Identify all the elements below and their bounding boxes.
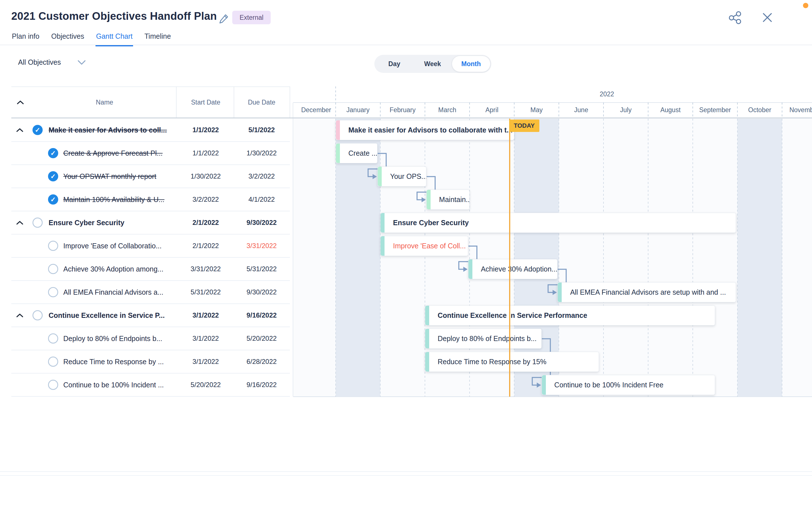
table-header: Name Start Date Due Date (11, 87, 290, 118)
task-name: Reduce Time to Response by ... (63, 358, 170, 366)
status-circle-checked[interactable] (48, 148, 58, 158)
bar-status-strip (542, 375, 546, 395)
task-name: Make it easier for Advisors to coll... (49, 126, 170, 134)
column-header-start-date[interactable]: Start Date (182, 98, 230, 106)
status-circle-unchecked[interactable] (48, 241, 58, 251)
filter-label: All Objectives (18, 58, 61, 67)
bar-label: Ensure Cyber Security (381, 219, 473, 227)
gantt-bar-continue-excellence-in-service-p[interactable]: Continue Excellence in Service Performan… (425, 305, 715, 326)
due-date: 5/1/2022 (238, 126, 286, 134)
bar-label: Improve 'Ease of Coll... (381, 242, 468, 250)
bar-status-strip (378, 167, 382, 186)
toggle-option-month[interactable]: Month (452, 56, 490, 72)
task-name: Achieve 30% Adoption among... (63, 265, 170, 273)
bar-label: Create ... (336, 149, 378, 157)
today-badge: TODAY (509, 120, 539, 132)
table-row-all-emea-financial-advisors-a[interactable]: All EMEA Financial Advisors a...5/31/202… (11, 281, 290, 304)
gantt-bar-achieve-30-adoption-among[interactable]: Achieve 30% Adoption... (468, 259, 557, 279)
due-date: 9/30/2022 (238, 288, 286, 296)
bar-label: Maintain... (427, 196, 470, 204)
bar-label: Achieve 30% Adoption... (468, 265, 557, 273)
status-circle-checked[interactable] (33, 125, 43, 135)
tab-bar: Plan infoObjectivesGantt ChartTimeline (11, 30, 171, 46)
header-col-divider (233, 86, 234, 118)
table-row-maintain-100-availability-u[interactable]: Maintain 100% Availability & U...3/2/202… (11, 188, 290, 211)
bar-status-strip (425, 306, 429, 325)
status-circle-unchecked[interactable] (48, 333, 58, 344)
table-row-deploy-to-80-of-endpoints-b[interactable]: Deploy to 80% of Endpoints b...3/1/20225… (11, 327, 290, 350)
bar-status-strip (336, 120, 340, 140)
bar-status-strip (381, 213, 385, 232)
gantt-bar-all-emea-financial-advisors-a[interactable]: All EMEA Financial Advisors are setup wi… (557, 282, 736, 302)
tab-objectives[interactable]: Objectives (51, 30, 85, 46)
status-circle-unchecked[interactable] (48, 264, 58, 274)
start-date: 5/31/2022 (182, 288, 230, 296)
start-date: 5/20/2022 (182, 381, 230, 389)
share-icon[interactable] (728, 10, 742, 25)
collapse-all-chevron-icon[interactable] (16, 100, 24, 104)
table-row-make-it-easier-for-advisors-to-coll[interactable]: Make it easier for Advisors to coll...1/… (11, 119, 290, 142)
status-circle-unchecked[interactable] (33, 310, 43, 321)
task-name: Improve 'Ease of Collaboratio... (63, 242, 170, 250)
today-marker-line (509, 119, 510, 397)
gantt-bar-deploy-to-80-of-endpoints-b[interactable]: Deploy to 80% of Endpoints b... (425, 329, 542, 349)
collapse-chevron-icon[interactable] (16, 128, 24, 132)
table-row-create-approve-forecast-pl[interactable]: Create & Approve Forecast Pl...1/1/20221… (11, 142, 290, 165)
gantt-bar-reduce-time-to-response-by[interactable]: Reduce Time to Response by 15% (425, 352, 599, 372)
collapse-chevron-icon[interactable] (16, 313, 24, 318)
task-name: Ensure Cyber Security (49, 219, 170, 227)
start-date: 3/31/2022 (182, 265, 230, 273)
due-date: 3/31/2022 (238, 242, 286, 250)
start-date: 1/1/2022 (182, 149, 230, 157)
tab-timeline[interactable]: Timeline (144, 30, 171, 46)
status-circle-unchecked[interactable] (48, 380, 58, 390)
edit-title-pencil-icon[interactable] (218, 12, 230, 24)
bar-label: Make it easier for Advisors to collabora… (336, 126, 514, 134)
table-row-improve-ease-of-collaboratio[interactable]: Improve 'Ease of Collaboratio...2/1/2022… (11, 235, 290, 258)
status-circle-checked[interactable] (48, 195, 58, 205)
close-icon[interactable] (761, 11, 774, 24)
connector-arrow-icon (553, 290, 557, 295)
gantt-bar-create-approve-forecast-pl[interactable]: Create ... (336, 143, 378, 163)
status-circle-checked[interactable] (48, 171, 58, 181)
tab-gantt-chart[interactable]: Gantt Chart (95, 30, 133, 46)
footer-divider (0, 475, 812, 476)
start-date: 1/30/2022 (182, 172, 230, 180)
zoom-level-toggle: DayWeekMonth (374, 55, 491, 73)
toggle-option-week[interactable]: Week (413, 56, 452, 72)
tab-plan-info[interactable]: Plan info (11, 30, 40, 46)
gantt-bar-maintain-100-availability-u[interactable]: Maintain... (426, 189, 470, 210)
bar-label: Continue to be 100% Incident Free (542, 381, 667, 389)
bar-status-strip (558, 283, 562, 302)
header-col-divider (290, 86, 290, 118)
notification-dot (803, 3, 808, 8)
table-row-reduce-time-to-response-by[interactable]: Reduce Time to Response by ...3/1/20226/… (11, 350, 290, 374)
task-name: Maintain 100% Availability & U... (63, 196, 170, 204)
gantt-bar-make-it-easier-for-advisors-to-coll[interactable]: Make it easier for Advisors to collabora… (336, 120, 514, 140)
gantt-bar-your-opswat-monthly-report[interactable]: Your OPS... (378, 166, 426, 186)
status-circle-unchecked[interactable] (48, 356, 58, 367)
start-date: 3/1/2022 (182, 358, 230, 366)
gantt-bar-improve-ease-of-collaboratio[interactable]: Improve 'Ease of Coll... (380, 236, 468, 256)
status-circle-unchecked[interactable] (48, 287, 58, 297)
bar-status-strip (381, 236, 385, 256)
footer-divider (0, 471, 812, 472)
gantt-bar-continue-to-be-100-incident[interactable]: Continue to be 100% Incident Free (542, 375, 715, 395)
column-header-name[interactable]: Name (79, 98, 130, 106)
objectives-filter-dropdown[interactable]: All Objectives (18, 58, 86, 67)
collapse-chevron-icon[interactable] (16, 220, 24, 225)
table-row-achieve-30-adoption-among[interactable]: Achieve 30% Adoption among...3/31/20225/… (11, 258, 290, 281)
table-row-ensure-cyber-security[interactable]: Ensure Cyber Security2/1/20229/30/2022 (11, 211, 290, 235)
toggle-option-day[interactable]: Day (375, 56, 413, 72)
due-date: 6/28/2022 (238, 358, 286, 366)
table-row-continue-to-be-100-incident[interactable]: Continue to be 100% Incident ...5/20/202… (11, 374, 290, 397)
status-circle-unchecked[interactable] (33, 218, 43, 228)
column-header-due-date[interactable]: Due Date (238, 98, 286, 106)
bar-label: All EMEA Financial Advisors are setup wi… (558, 288, 730, 296)
table-row-your-opswat-monthly-report[interactable]: Your OPSWAT monthly report1/30/20223/2/2… (11, 165, 290, 188)
due-date: 4/1/2022 (238, 196, 286, 203)
table-row-continue-excellence-in-service-p[interactable]: Continue Excellence in Service P...3/1/2… (11, 304, 290, 327)
start-date: 2/1/2022 (182, 219, 230, 226)
gantt-bar-ensure-cyber-security[interactable]: Ensure Cyber Security (380, 213, 736, 233)
external-badge: External (232, 11, 271, 24)
